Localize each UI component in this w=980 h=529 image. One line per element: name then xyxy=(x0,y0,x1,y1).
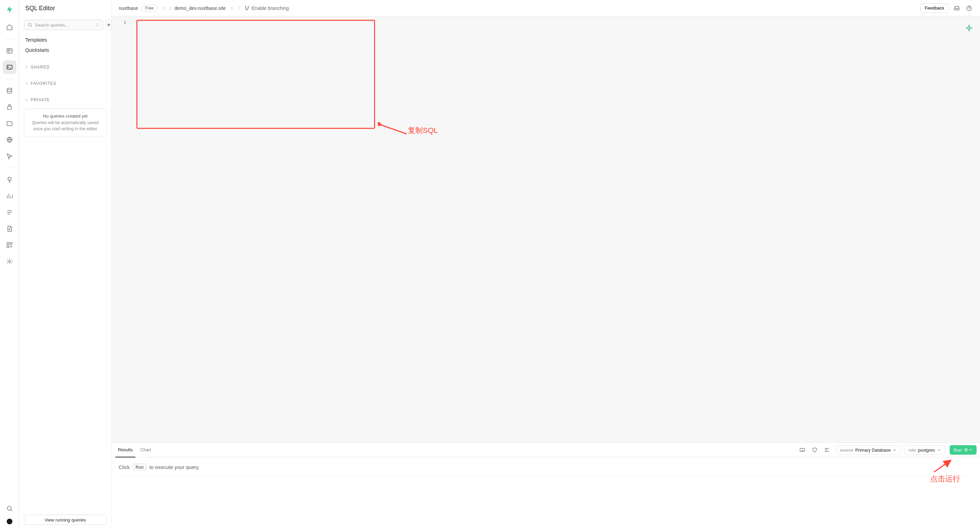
chevron-down-icon xyxy=(893,448,897,452)
breadcrumb: nuxtbase Free / demo_dev.nuxtbase.site /… xyxy=(119,5,289,11)
site-switcher[interactable] xyxy=(229,5,235,11)
sidebar: SQL Editor Templates Quickstarts SHARED … xyxy=(19,0,112,529)
svg-point-10 xyxy=(6,519,12,524)
svg-point-11 xyxy=(28,23,31,26)
empty-queries-box: No queries created yet Queries will be a… xyxy=(24,108,107,137)
run-button[interactable]: Run ⌘ ↵ xyxy=(950,445,977,455)
nav-command-icon[interactable] xyxy=(3,502,16,515)
keyboard-shortcut-icon[interactable] xyxy=(797,445,807,455)
chevron-updown-icon xyxy=(95,23,99,27)
plan-badge: Free xyxy=(142,5,158,11)
editor-textarea[interactable] xyxy=(131,16,980,442)
svg-rect-7 xyxy=(7,246,9,248)
code-editor[interactable]: 1 复制SQL xyxy=(112,16,980,442)
search-input-field[interactable] xyxy=(35,22,92,28)
hint-after: to execute your query. xyxy=(150,464,199,470)
empty-title: No queries created yet xyxy=(30,113,101,119)
svg-point-9 xyxy=(7,506,11,510)
section-private[interactable]: PRIVATE xyxy=(19,94,111,106)
role-value: postgres xyxy=(918,448,935,453)
tab-results[interactable]: Results xyxy=(115,442,135,458)
nav-edge-functions-icon[interactable] xyxy=(3,133,16,146)
project-switcher[interactable] xyxy=(161,5,166,11)
enable-branching-label: Enable branching xyxy=(251,5,289,11)
nav-integrations-icon[interactable] xyxy=(3,238,16,252)
nav-advisor-icon[interactable] xyxy=(3,173,16,186)
sidebar-link-quickstarts[interactable]: Quickstarts xyxy=(19,45,111,55)
svg-rect-17 xyxy=(800,448,805,452)
brand-logo-icon[interactable] xyxy=(4,4,15,15)
new-query-button[interactable] xyxy=(106,20,112,30)
nav-reports-icon[interactable] xyxy=(3,189,16,203)
svg-rect-0 xyxy=(7,48,12,53)
section-favorites[interactable]: FAVORITES xyxy=(19,78,111,89)
nav-sql-editor-icon[interactable] xyxy=(3,60,16,74)
section-favorites-label: FAVORITES xyxy=(31,81,56,86)
favorite-icon[interactable] xyxy=(810,445,820,455)
page-title: SQL Editor xyxy=(19,0,111,16)
svg-point-2 xyxy=(7,88,11,90)
nav-rail xyxy=(0,0,19,529)
nav-database-icon[interactable] xyxy=(3,84,16,97)
sparkle-icon xyxy=(965,24,973,32)
branch-icon xyxy=(244,5,250,11)
crumb-sep: / xyxy=(170,5,171,11)
nav-api-docs-icon[interactable] xyxy=(3,222,16,235)
run-label: Run xyxy=(954,448,962,453)
crumb-sep: / xyxy=(238,5,239,11)
section-shared-label: SHARED xyxy=(31,65,50,70)
svg-rect-3 xyxy=(8,106,11,109)
empty-subtitle: Queries will be automatically saved once… xyxy=(30,120,101,132)
sidebar-link-templates[interactable]: Templates xyxy=(19,35,111,45)
format-icon[interactable] xyxy=(822,445,832,455)
svg-rect-5 xyxy=(7,243,9,245)
hint-before: Click xyxy=(119,464,130,470)
crumb-site[interactable]: demo_dev.nuxtbase.site xyxy=(174,5,226,11)
topbar: nuxtbase Free / demo_dev.nuxtbase.site /… xyxy=(112,0,980,16)
nav-settings-icon[interactable] xyxy=(3,255,16,268)
tab-chart[interactable]: Chart xyxy=(137,442,154,458)
crumb-project[interactable]: nuxtbase xyxy=(119,5,138,11)
chevron-down-icon xyxy=(937,448,941,452)
results-toolbar: Results Chart source Primary Database ro… xyxy=(112,442,980,458)
inbox-icon[interactable] xyxy=(953,4,961,12)
run-shortcut: ⌘ ↵ xyxy=(964,448,972,452)
nav-home-icon[interactable] xyxy=(3,21,16,34)
plus-icon xyxy=(106,22,111,28)
svg-rect-6 xyxy=(10,243,12,245)
results-hint: Click Run to execute your query. xyxy=(119,464,973,477)
svg-point-8 xyxy=(8,261,10,262)
search-input[interactable] xyxy=(24,20,103,30)
enable-branching-link[interactable]: Enable branching xyxy=(244,5,289,11)
nav-table-editor-icon[interactable] xyxy=(3,44,16,57)
source-value: Primary Database xyxy=(855,448,891,453)
nav-storage-icon[interactable] xyxy=(3,117,16,130)
section-shared[interactable]: SHARED xyxy=(19,61,111,73)
search-icon xyxy=(28,22,32,27)
role-dropdown[interactable]: role postgres xyxy=(905,445,945,455)
nav-divider xyxy=(5,168,14,168)
results-panel: Click Run to execute your query. 点击运行 xyxy=(112,458,980,529)
feedback-button[interactable]: Feedback xyxy=(920,3,949,13)
hint-run-kbd: Run xyxy=(133,464,147,471)
nav-auth-icon[interactable] xyxy=(3,100,16,114)
view-running-queries-button[interactable]: View running queries xyxy=(24,515,107,525)
section-private-label: PRIVATE xyxy=(31,97,50,102)
nav-divider xyxy=(5,79,14,79)
source-label: source xyxy=(840,448,853,453)
main-panel: nuxtbase Free / demo_dev.nuxtbase.site /… xyxy=(112,0,980,529)
chevron-right-icon xyxy=(25,81,29,86)
line-gutter: 1 xyxy=(112,16,131,442)
ai-assist-button[interactable] xyxy=(964,23,974,33)
nav-divider xyxy=(5,39,14,39)
nav-realtime-icon[interactable] xyxy=(3,149,16,163)
nav-logs-icon[interactable] xyxy=(3,205,16,219)
source-dropdown[interactable]: source Primary Database xyxy=(836,445,900,455)
svg-point-13 xyxy=(248,6,249,7)
role-label: role xyxy=(908,448,916,453)
chevron-right-icon xyxy=(25,65,29,69)
line-number: 1 xyxy=(123,20,126,25)
nav-user-avatar-icon[interactable] xyxy=(3,518,16,525)
svg-point-12 xyxy=(245,6,246,7)
help-icon[interactable] xyxy=(965,4,973,12)
